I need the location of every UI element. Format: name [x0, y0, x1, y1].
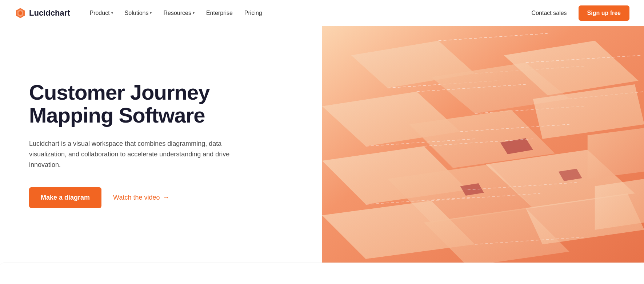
contact-sales-button[interactable]: Contact sales [526, 7, 573, 19]
watch-video-link[interactable]: Watch the video → [113, 194, 169, 201]
product-chevron-icon: ▾ [111, 11, 113, 15]
nav-item-enterprise[interactable]: Enterprise [201, 7, 238, 19]
watch-video-label: Watch the video [113, 194, 160, 201]
nav-item-resources[interactable]: Resources ▾ [158, 7, 199, 19]
navbar: Lucidchart Product ▾ Solutions ▾ Resourc… [0, 0, 644, 26]
hero-actions: Make a diagram Watch the video → [29, 187, 293, 208]
hero-content: Customer Journey Mapping Software Lucidc… [0, 26, 322, 263]
hero-title: Customer Journey Mapping Software [29, 81, 293, 127]
lucidchart-logo-icon [15, 7, 26, 19]
signup-button[interactable]: Sign up free [579, 5, 629, 21]
logo-text: Lucidchart [29, 8, 70, 18]
hero-section: Customer Journey Mapping Software Lucidc… [0, 26, 644, 263]
make-diagram-button[interactable]: Make a diagram [29, 187, 101, 208]
hero-illustration-container [322, 26, 644, 263]
bottom-bar [0, 263, 644, 284]
nav-item-pricing[interactable]: Pricing [239, 7, 267, 19]
hero-description: Lucidchart is a visual workspace that co… [29, 139, 240, 170]
hero-illustration [322, 26, 644, 263]
arrow-icon: → [163, 194, 169, 201]
nav-item-solutions[interactable]: Solutions ▾ [120, 7, 157, 19]
logo-link[interactable]: Lucidchart [15, 7, 70, 19]
resources-chevron-icon: ▾ [193, 11, 195, 15]
nav-menu: Product ▾ Solutions ▾ Resources ▾ Enterp… [84, 7, 525, 19]
navbar-actions: Contact sales Sign up free [526, 5, 629, 21]
svg-marker-33 [587, 128, 644, 179]
svg-marker-34 [595, 179, 644, 230]
nav-item-product[interactable]: Product ▾ [84, 7, 118, 19]
solutions-chevron-icon: ▾ [150, 11, 152, 15]
